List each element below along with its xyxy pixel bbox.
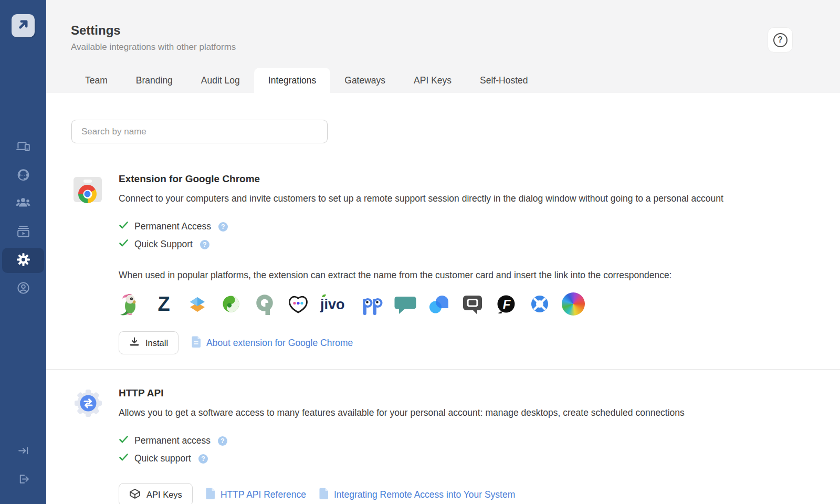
feature-permanent-access: Permanent Access ? — [119, 221, 228, 232]
tab-integrations[interactable]: Integrations — [254, 68, 330, 93]
blue-lifebuoy-icon — [528, 292, 552, 316]
feature-label: Quick support — [134, 453, 191, 464]
document-icon — [191, 335, 202, 351]
api-keys-button-label: API Keys — [146, 490, 182, 500]
page-subtitle: Available integrations with other platfo… — [71, 42, 236, 52]
sage-ring-icon — [253, 292, 277, 316]
tabs: Team Branding Audit Log Integrations Gat… — [71, 68, 542, 93]
devices-icon — [16, 139, 30, 155]
http-api-actions-row: API Keys HTTP API Reference Integrating … — [119, 483, 515, 504]
section-divider — [46, 369, 840, 370]
sidebar-item-devices[interactable] — [2, 134, 44, 160]
install-button-label: Install — [145, 338, 168, 348]
section-desc-http-api: Allows you to get a software access to m… — [119, 407, 685, 418]
check-icon — [119, 239, 129, 250]
tab-team[interactable]: Team — [71, 68, 122, 93]
tab-self-hosted[interactable]: Self-Hosted — [466, 68, 542, 93]
blue-overlap-bubbles-icon — [427, 292, 451, 316]
platform-icons-row: Z jivo F — [118, 292, 585, 316]
help-badge[interactable]: ? — [198, 454, 208, 464]
headset-icon — [16, 167, 30, 184]
recordings-icon — [16, 224, 30, 240]
dark-screen-bubble-icon — [460, 292, 485, 316]
sidebar-item-settings[interactable] — [2, 248, 44, 273]
double-p-eyes-icon — [360, 292, 384, 316]
sidebar-nav — [0, 134, 46, 301]
platforms-note: When used in popular platforms, the exte… — [119, 270, 672, 281]
install-button[interactable]: Install — [119, 331, 178, 354]
sidebar — [0, 0, 46, 504]
feature-label: Quick Support — [134, 239, 193, 250]
logout-icon — [17, 472, 30, 488]
main-content: Settings Available integrations with oth… — [46, 0, 840, 504]
help-button[interactable]: ? — [768, 27, 793, 52]
check-icon — [119, 221, 129, 232]
green-swirl-icon — [219, 292, 243, 316]
help-badge[interactable]: ? — [200, 240, 209, 249]
app: { "header": { "title": "Settings", "subt… — [0, 0, 840, 504]
sidebar-item-recordings[interactable] — [2, 219, 44, 245]
section-title-http-api: HTTP API — [119, 387, 164, 399]
about-extension-link[interactable]: About extension for Google Chrome — [191, 335, 353, 351]
sidebar-item-logout[interactable] — [2, 467, 44, 492]
http-api-reference-link-label: HTTP API Reference — [220, 489, 306, 500]
people-icon — [16, 195, 30, 212]
feature-quick-support: Quick Support ? — [119, 239, 209, 250]
feature-quick-support-api: Quick support ? — [119, 453, 208, 464]
feature-permanent-access-api: Permanent access ? — [119, 435, 227, 446]
sidebar-item-team[interactable] — [2, 191, 44, 216]
tab-api-keys[interactable]: API Keys — [400, 68, 466, 93]
help-badge[interactable]: ? — [218, 222, 228, 232]
sidebar-item-account[interactable] — [2, 276, 44, 301]
zendesk-icon: Z — [152, 292, 176, 316]
svg-text:F: F — [503, 297, 511, 311]
feature-label: Permanent Access — [134, 221, 211, 232]
black-f-circle-icon: F — [494, 292, 518, 316]
section-desc-chrome-extension: Connect to your computers and invite cus… — [119, 193, 723, 204]
question-circle-icon: ? — [773, 33, 788, 47]
sidebar-bottom — [0, 439, 46, 492]
help-badge[interactable]: ? — [218, 436, 227, 446]
tab-gateways[interactable]: Gateways — [330, 68, 400, 93]
arrow-to-bar-icon — [17, 444, 30, 459]
heart-chat-dots-icon — [286, 292, 310, 316]
integrating-remote-access-link[interactable]: Integrating Remote Access into Your Syst… — [319, 487, 515, 502]
user-circle-icon — [16, 281, 30, 297]
chrome-web-store-icon — [72, 174, 103, 205]
download-icon — [129, 337, 140, 349]
svg-text:jivo: jivo — [320, 297, 345, 312]
section-title-chrome-extension: Extension for Google Chrome — [119, 173, 260, 185]
check-icon — [119, 453, 129, 464]
arrow-up-right-icon — [16, 17, 30, 34]
tab-audit-log[interactable]: Audit Log — [187, 68, 254, 93]
teal-speech-bubble-icon — [393, 292, 417, 316]
integrating-remote-access-link-label: Integrating Remote Access into Your Syst… — [334, 489, 515, 500]
gear-sync-icon — [72, 387, 104, 419]
document-icon — [205, 487, 216, 502]
check-icon — [119, 435, 129, 446]
sidebar-item-support[interactable] — [2, 163, 44, 188]
jivo-wordmark-icon: jivo — [320, 292, 350, 316]
page-title: Settings — [71, 23, 121, 38]
about-extension-link-label: About extension for Google Chrome — [206, 338, 353, 349]
gear-icon — [16, 253, 30, 269]
blue-orange-ribbons-icon — [185, 292, 209, 316]
api-keys-button[interactable]: API Keys — [119, 483, 193, 504]
parrot-icon — [118, 292, 142, 316]
feature-label: Permanent access — [134, 435, 211, 446]
app-logo[interactable] — [12, 14, 35, 37]
rainbow-pinwheel-icon — [561, 292, 585, 316]
tab-branding[interactable]: Branding — [122, 68, 187, 93]
search-input[interactable] — [71, 120, 328, 143]
http-api-reference-link[interactable]: HTTP API Reference — [205, 487, 306, 502]
install-row: Install About extension for Google Chrom… — [119, 331, 353, 354]
sidebar-item-collapse[interactable] — [2, 439, 44, 464]
box-icon — [129, 488, 141, 501]
svg-text:Z: Z — [158, 293, 170, 315]
document-icon — [319, 487, 329, 502]
